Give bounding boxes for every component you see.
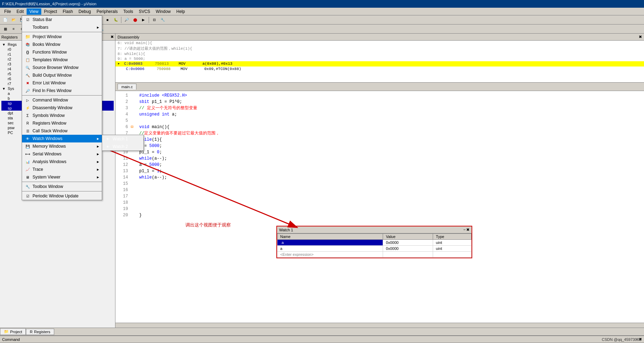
toolbar-open[interactable]: 📂 [10,16,17,24]
code-line-17: 17 [115,193,644,200]
menu-disassembly-window[interactable]: ⚡ Disassembly Window [22,104,102,112]
menu-analysis-windows[interactable]: 📊 Analysis Windows ▶ [22,158,102,166]
menu-project-window[interactable]: 📁 Project Window [22,33,102,41]
toolbar-debug[interactable]: 🐛 [112,16,120,24]
menu-watch-windows-label: Watch Windows [33,136,63,141]
menu-system-viewer[interactable]: 🖥 System Viewer ▶ [22,173,102,181]
toolbar-breakpoint[interactable]: ⬤ [131,16,139,24]
code-line-3: 3 // 定义一个无符号的整型变量 [115,105,644,111]
code-line-5: 5 [115,118,644,124]
menu-watch-windows[interactable]: 👁 Watch Windows ▶ 👁 Watch 1 👁 Watch 2 [22,135,102,142]
books-window-icon: 📚 [25,42,30,47]
code-line-10: 10 p1_1 = 0; [115,149,644,155]
menu-help[interactable]: Help [174,8,188,15]
watch1-row3-name[interactable]: <Enter expression> [277,252,383,258]
error-list-icon: ✖ [25,80,30,86]
left-panel-close[interactable]: ✖ [111,35,114,39]
menu-find-in-files-label: Find In Files Window [33,88,71,93]
menu-file[interactable]: File [1,8,14,15]
code-line-2: 2 sbit p1_1 = P1^0; [115,99,644,105]
toolbar-run[interactable]: ▶ [140,16,147,24]
command-panel: Command − ✖ Load "F:\KEILProject\例程\Less… [0,335,644,343]
code-line-9: 9 a = 5000; [115,143,644,149]
watch1-row-1: a 0x0000 uint [277,240,472,246]
menu-error-list[interactable]: ✖ Error List Window [22,79,102,87]
menu-functions-window[interactable]: {} Functions Window [22,48,102,56]
menu-toolbars[interactable]: Toolbars ▶ [22,23,102,31]
build-output-icon: 🔨 [25,72,30,78]
tab-registers[interactable]: R Registers [26,329,54,335]
menu-svcs[interactable]: SVCS [136,8,153,15]
toolbar2-btn2[interactable]: ≡ [10,25,17,33]
menu-templates-window[interactable]: 📋 Templates Window [22,56,102,64]
code-tab-label: main.c [121,85,133,89]
analysis-windows-arrow-icon: ▶ [97,160,99,163]
watch1-row-2: a 0x0000 uint [277,246,472,252]
menu-books-window-label: Books Window [33,42,60,47]
code-line-11: 11 while(a--); [115,155,644,162]
toolbar-stop[interactable]: ■ [104,16,111,24]
code-scrollbar-x[interactable] [115,323,644,328]
tab-project[interactable]: 📁 Project [0,328,26,335]
menu-debug[interactable]: Debug [76,8,94,15]
menu-peripherals[interactable]: Peripherals [94,8,121,15]
right-panel: Disassembly ✖ 6: void main(){ 7: //请勿超过最… [115,34,644,328]
code-content[interactable]: 1 #include <REGX52.H> 2 sbit p1_1 = P1^0… [115,91,644,323]
submenu-watch-1-label: Watch 1 [113,136,128,141]
toolbar-new[interactable]: 📄 [1,16,9,24]
toolbar-extra[interactable]: 🔧 [159,16,167,24]
submenu-watch-2[interactable]: 👁 Watch 2 [102,143,143,150]
menu-project[interactable]: Project [41,8,60,15]
toolbar2-btn1[interactable]: ▦ [1,25,9,33]
menu-call-stack-window[interactable]: ☰ Call Stack Window [22,127,102,135]
menu-toolbox-window[interactable]: 🔧 Toolbox Window [22,183,102,190]
watch1-close[interactable]: ✖ [466,227,469,232]
bottom-tabs-bar: 📁 Project R Registers [0,328,644,335]
watch-windows-icon: 👁 [25,136,30,141]
code-tab-main[interactable]: main.c [118,84,136,90]
menu-serial-windows[interactable]: ⟷ Serial Windows ▶ [22,150,102,158]
view-sep-2 [22,95,102,96]
watch1-col-name: Name [277,234,383,240]
menu-project-window-label: Project Window [33,34,62,39]
menu-disassembly-window-label: Disassembly Window [33,105,72,110]
menu-command-window[interactable]: ▷ Command Window [22,96,102,104]
toolbar-zoom[interactable]: 🔎 [123,16,130,24]
menu-build-output-label: Build Output Window [33,73,72,78]
submenu-watch-1[interactable]: 👁 Watch 1 [102,135,143,143]
watch1-minimize[interactable]: − [463,227,466,232]
trace-icon: 📈 [25,167,30,172]
watermark: CSDN @qq_45973003 [602,337,641,342]
system-viewer-icon: 🖥 [25,174,30,180]
menu-error-list-label: Error List Window [33,80,66,85]
menu-source-browser[interactable]: 🔍 Source Browser Window [22,64,102,71]
source-browser-icon: 🔍 [25,65,30,70]
watch-submenu: 👁 Watch 1 👁 Watch 2 [102,135,144,151]
watch1-row-3[interactable]: <Enter expression> [277,252,472,258]
trace-arrow-icon: ▶ [97,168,99,171]
menu-memory-windows[interactable]: 💾 Memory Windows ▶ [22,142,102,150]
toolbar-settings[interactable]: ⊟ [150,16,158,24]
menu-window[interactable]: Window [153,8,174,15]
menu-build-output[interactable]: 🔨 Build Output Window [22,71,102,79]
watch1-col-type: Type [433,234,472,240]
menu-view[interactable]: View [27,8,41,15]
menu-status-bar[interactable]: ☑ Status Bar [22,16,102,23]
watch1-col-value: Value [383,234,433,240]
toolbar-sep-6 [149,17,149,23]
menu-books-window[interactable]: 📚 Books Window [22,41,102,48]
status-bar-check-icon: ☑ [25,17,30,22]
menu-tools[interactable]: Tools [121,8,136,15]
disassembly-close[interactable]: ✖ [639,35,642,39]
code-line-18: 18 [115,200,644,206]
menu-registers-window[interactable]: R Registers Window [22,119,102,127]
menu-periodic-update[interactable]: ☑ Periodic Window Update [22,192,102,200]
watch1-panel: Watch 1 − ✖ Name Value Type a 0x0000 uin… [276,226,472,258]
menu-trace[interactable]: 📈 Trace ▶ [22,166,102,173]
menu-symbols-window[interactable]: Σ Symbols Window [22,112,102,119]
menu-edit[interactable]: Edit [14,8,27,15]
toolbox-window-icon: 🔧 [25,184,30,189]
menu-flash[interactable]: Flash [60,8,76,15]
tab-registers-label: Registers [34,330,50,334]
menu-find-in-files[interactable]: 🔎 Find In Files Window [22,87,102,94]
